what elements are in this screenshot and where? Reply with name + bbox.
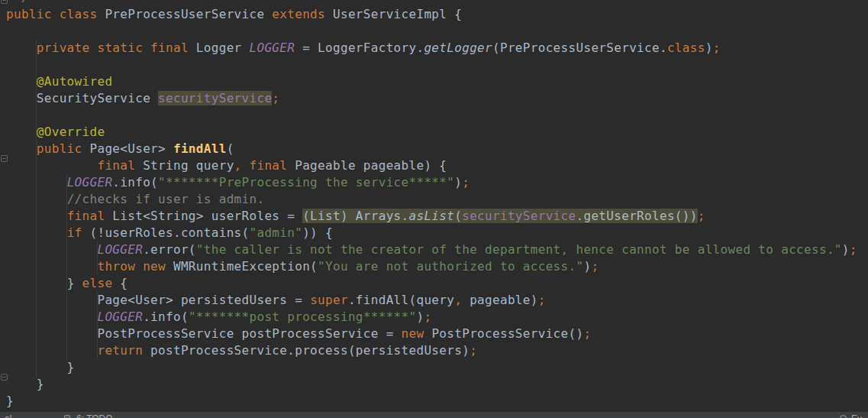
code-token: ) bbox=[454, 175, 462, 190]
code-token: ; bbox=[462, 175, 469, 190]
code-line[interactable]: @Override bbox=[6, 124, 868, 141]
fold-marker-icon[interactable] bbox=[1, 0, 8, 4]
code-line[interactable]: final List<String> userRoles = (List) Ar… bbox=[6, 208, 868, 225]
code-token: final bbox=[67, 209, 113, 223]
code-token: ) bbox=[705, 41, 713, 55]
code-token: Page<User> bbox=[89, 141, 173, 156]
code-token: LOGGER bbox=[97, 309, 143, 324]
indent-guide bbox=[66, 174, 67, 361]
code-token: ; bbox=[591, 259, 599, 274]
code-line[interactable]: PostProcessService postProcessService = … bbox=[6, 326, 868, 342]
fold-marker-icon[interactable] bbox=[1, 155, 8, 162]
code-token: ; bbox=[698, 209, 705, 223]
code-token: class bbox=[667, 41, 705, 55]
code-token: , bbox=[454, 293, 462, 307]
code-line[interactable]: return postProcessService.process(persis… bbox=[6, 342, 868, 359]
code-token: ) bbox=[583, 259, 591, 274]
code-line[interactable]: LOGGER.info("*******PreProcessing the se… bbox=[6, 174, 868, 191]
code-token: postProcessService.process(persistedUser… bbox=[150, 343, 469, 358]
code-line[interactable]: Page<User> persistedUsers = super.findAl… bbox=[6, 292, 868, 309]
code-token: //checks if user is admin. bbox=[67, 192, 265, 206]
code-token: (PreProcessUserService. bbox=[492, 41, 667, 55]
code-token: ) bbox=[416, 309, 424, 324]
code-token: } bbox=[6, 360, 75, 374]
code-token: final bbox=[97, 158, 143, 173]
code-token bbox=[6, 141, 37, 156]
code-token: String query bbox=[143, 158, 234, 173]
code-line[interactable] bbox=[6, 57, 868, 73]
code-token: ( bbox=[454, 209, 462, 223]
code-line[interactable]: */ bbox=[6, 0, 868, 6]
code-token: else bbox=[82, 276, 121, 290]
code-token: SecurityService bbox=[37, 91, 158, 105]
code-line[interactable]: if (!userRoles.contains("admin")) { bbox=[6, 225, 868, 241]
code-line[interactable] bbox=[6, 107, 868, 124]
code-line[interactable]: LOGGER.info("*******post processing*****… bbox=[6, 309, 868, 326]
indent-guide bbox=[97, 241, 98, 275]
code-token: public bbox=[37, 141, 90, 156]
statusbar: al 6: TODO Ev bbox=[0, 411, 868, 418]
code-token: LOGGER bbox=[250, 41, 303, 55]
code-token: asList bbox=[409, 209, 455, 223]
code-token: WMRuntimeException( bbox=[173, 259, 318, 274]
code-token: ( bbox=[227, 141, 234, 156]
code-line[interactable]: //checks if user is admin. bbox=[6, 191, 868, 208]
code-line[interactable] bbox=[6, 23, 868, 40]
code-token: private static final bbox=[37, 41, 196, 55]
code-token: ; bbox=[469, 343, 477, 358]
code-token bbox=[242, 158, 250, 173]
code-token bbox=[6, 343, 97, 358]
code-line[interactable]: SecurityService securityService; bbox=[6, 90, 868, 107]
code-line[interactable]: } bbox=[6, 393, 868, 410]
code-token: { bbox=[120, 276, 127, 290]
code-token: pageable) bbox=[462, 293, 538, 307]
code-editor[interactable]: */public class PreProcessUserService ext… bbox=[0, 0, 868, 411]
code-token: LOGGER bbox=[97, 242, 143, 257]
code-token: */ bbox=[6, 0, 29, 5]
code-line[interactable]: public Page<User> findAll( bbox=[6, 141, 868, 157]
code-line[interactable]: private static final Logger LOGGER = Log… bbox=[6, 40, 868, 57]
code-token: Logger bbox=[196, 41, 250, 55]
code-token: super bbox=[310, 293, 348, 307]
code-line[interactable]: throw new WMRuntimeException("You are no… bbox=[6, 258, 868, 275]
code-token: ; bbox=[272, 91, 279, 105]
code-token: throw new bbox=[97, 259, 173, 274]
code-token: securityService bbox=[158, 91, 272, 105]
code-line[interactable]: final String query, final Pageable pagea… bbox=[6, 157, 868, 174]
event-log-icon[interactable] bbox=[840, 415, 847, 418]
code-token bbox=[6, 326, 97, 341]
code-token: PostProcessService() bbox=[431, 326, 583, 341]
code-token: .getUserRoles()) bbox=[576, 209, 697, 223]
code-line[interactable]: } bbox=[6, 359, 868, 376]
code-token: .error( bbox=[143, 242, 196, 257]
event-log-button[interactable]: Ev bbox=[851, 413, 862, 418]
code-token bbox=[6, 125, 37, 139]
code-line[interactable]: LOGGER.error("the caller is not the crea… bbox=[6, 241, 868, 258]
editor-window: */public class PreProcessUserService ext… bbox=[0, 0, 868, 418]
code-token: "You are not authorized to access." bbox=[318, 259, 583, 274]
code-token: UserServiceImpl { bbox=[333, 7, 462, 21]
code-token: new bbox=[402, 326, 432, 341]
code-token: } bbox=[6, 394, 14, 408]
code-token: ) bbox=[842, 242, 850, 257]
code-line[interactable]: } else { bbox=[6, 275, 868, 292]
statusbar-partial-label[interactable]: al bbox=[5, 413, 11, 418]
code-line[interactable]: @Autowired bbox=[6, 73, 868, 90]
code-token: ; bbox=[713, 41, 721, 55]
code-line[interactable]: } bbox=[6, 376, 868, 393]
fold-marker-icon[interactable] bbox=[1, 374, 8, 381]
code-token: ; bbox=[424, 309, 431, 324]
code-lines[interactable]: */public class PreProcessUserService ext… bbox=[0, 0, 868, 410]
code-token: ; bbox=[583, 326, 591, 341]
code-token bbox=[6, 293, 97, 307]
code-token: ; bbox=[850, 242, 857, 257]
code-token: (List) Arrays. bbox=[302, 209, 408, 223]
todo-icon[interactable] bbox=[64, 415, 70, 418]
code-token bbox=[6, 91, 37, 105]
code-token bbox=[6, 74, 37, 89]
todo-toolwindow-button[interactable]: 6: TODO bbox=[76, 413, 113, 418]
code-token bbox=[6, 259, 97, 274]
code-line[interactable]: public class PreProcessUserService exten… bbox=[6, 6, 868, 23]
code-token: findAll bbox=[173, 141, 227, 156]
code-token: , bbox=[234, 158, 242, 173]
